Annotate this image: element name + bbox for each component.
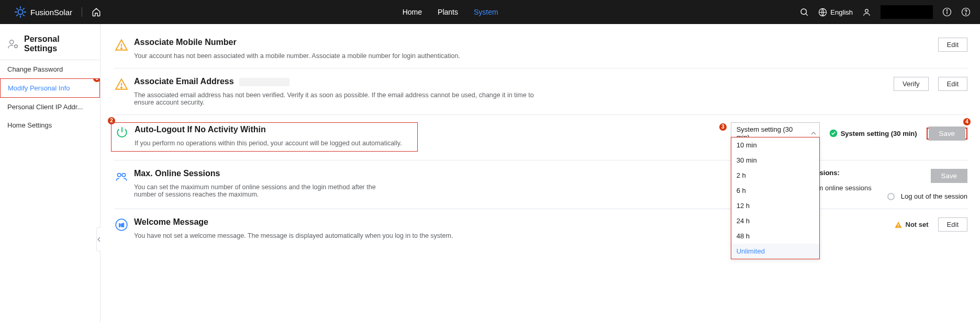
edit-button[interactable]: Edit [938,38,967,52]
save-button[interactable]: Save [929,126,965,141]
svg-line-7 [17,15,18,16]
svg-point-17 [965,14,966,15]
section-desc: You have not set a welcome message. The … [134,232,542,239]
annotation-badge-4: 4 [963,118,971,125]
welcome-icon: Hi [114,217,129,232]
nav-system[interactable]: System [474,8,498,16]
header-right: English [799,5,971,19]
svg-point-25 [117,174,121,177]
section-desc: Your account has not been associated wit… [134,52,542,60]
svg-point-12 [865,9,868,12]
save-red-highlight: Save [927,128,967,140]
dropdown-option[interactable]: 48 h [731,228,819,244]
section-max-sessions: Max. Online Sessions You can set the max… [114,160,967,209]
search-icon[interactable] [799,7,809,17]
annotation-badge-1: 1 [93,78,100,82]
verify-button[interactable]: Verify [894,77,929,91]
nav-home[interactable]: Home [403,8,422,16]
sessions-icon [114,169,129,183]
sidebar-item-ip-addr[interactable]: Personal Client IP Addr... [0,98,100,116]
section-title: Associate Email Address [134,77,894,86]
header-divider [82,7,82,17]
warning-triangle-icon [114,38,129,52]
svg-point-30 [898,226,899,227]
brand: FusionSolar [15,6,72,18]
section-associate-mobile: Associate Mobile Number Your account has… [114,29,967,68]
nav-plants[interactable]: Plants [438,8,458,16]
sidebar-collapse-toggle[interactable] [96,227,101,251]
language-switch[interactable]: English [818,8,853,17]
section-desc: The associated email address has not bee… [134,91,542,106]
svg-point-0 [18,9,23,14]
brand-text: FusionSolar [30,8,72,17]
top-nav: Home Plants System [101,8,799,16]
top-header: FusionSolar Home Plants System English [0,0,980,24]
svg-point-26 [122,174,126,177]
svg-point-15 [946,10,948,11]
username-redacted [881,5,933,19]
svg-line-10 [806,14,808,15]
status-text: Not set [906,221,929,228]
brand-logo-icon [15,6,26,18]
dropdown-option[interactable]: 30 min [731,153,819,168]
svg-line-3 [17,8,18,9]
dropdown-option[interactable]: 2 h [731,168,819,183]
svg-point-9 [801,9,807,15]
content-area: Associate Mobile Number Your account has… [101,24,980,322]
language-label: English [830,8,853,16]
dropdown-option[interactable]: 24 h [731,213,819,228]
svg-text:Hi: Hi [119,222,124,228]
edit-button[interactable]: Edit [938,77,967,91]
sidebar-item-home-settings[interactable]: Home Settings [0,116,100,134]
sidebar-item-change-password[interactable]: Change Password [0,60,100,78]
sidebar-item-modify-personal-info[interactable]: Modify Personal Info 1 [0,78,100,98]
user-settings-icon [7,38,19,50]
auto-logout-status: System setting (30 min) [829,129,917,137]
user-icon[interactable] [862,8,871,17]
email-value-redacted [239,78,289,86]
section-associate-email: Associate Email Address The associated e… [114,68,967,115]
section-title: Associate Mobile Number [134,38,938,47]
sidebar-title: Personal Settings [0,30,100,58]
svg-point-21 [121,48,122,49]
welcome-status: Not set [894,221,929,229]
section-desc: You can set the maximum number of online… [134,183,385,198]
home-icon[interactable] [92,7,101,17]
section-title: Max. Online Sessions [134,169,757,178]
power-icon [115,125,129,140]
sidebar-title-text: Personal Settings [24,34,93,53]
section-welcome-message: Hi Welcome Message You have not set a we… [114,209,967,248]
section-title-text: Associate Email Address [134,77,234,86]
svg-point-18 [10,40,14,44]
svg-point-23 [121,87,122,88]
dropdown-option[interactable]: 6 h [731,183,819,198]
annotation-badge-3: 3 [719,123,727,131]
help-icon[interactable] [961,7,971,17]
radio-icon[interactable] [887,193,895,200]
svg-line-8 [23,8,24,9]
sidebar: Personal Settings Change Password Modify… [0,24,101,322]
chevron-up-icon [811,131,816,136]
sidebar-item-label: Modify Personal Info [8,84,70,92]
warning-triangle-icon [114,77,129,91]
radio-label: Log out of the session [901,192,967,200]
logout-session-radio[interactable]: Log out of the session [887,192,967,200]
edit-button[interactable]: Edit [938,217,967,232]
auto-logout-dropdown: 10 min 30 min 2 h 6 h 12 h 24 h 48 h Unl… [731,137,820,259]
svg-line-4 [23,15,24,16]
dropdown-option[interactable]: Unlimited [731,244,819,259]
section-auto-logout: 2 Auto-Logout If No Activity Within If y… [114,115,967,160]
info-icon[interactable] [942,7,952,17]
status-text: System setting (30 min) [841,130,917,137]
section-title: Auto-Logout If No Activity Within [135,125,414,134]
save-button[interactable]: Save [931,169,967,183]
auto-logout-red-highlight: Auto-Logout If No Activity Within If you… [111,122,418,152]
dropdown-option[interactable]: 10 min [731,137,819,153]
auto-logout-select[interactable]: System setting (30 min) 10 min 30 min 2 … [731,122,820,144]
section-desc: If you perform no operations within this… [135,140,414,147]
dropdown-option[interactable]: 12 h [731,198,819,213]
